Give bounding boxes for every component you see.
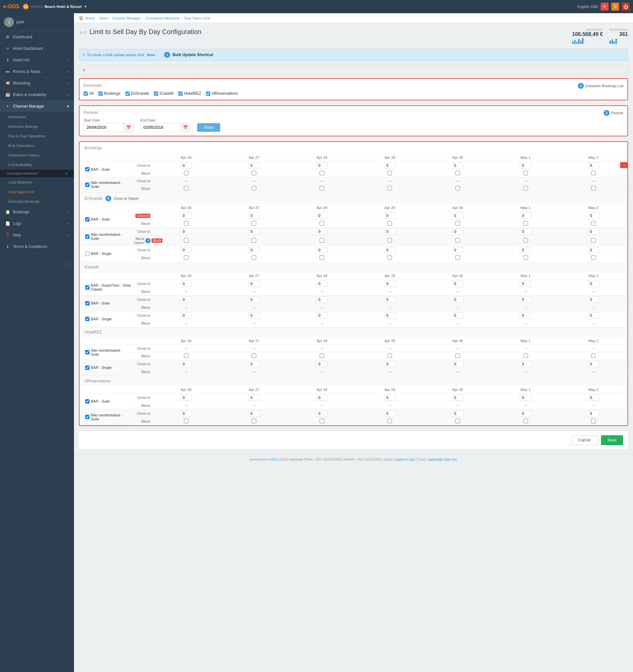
num-input[interactable] xyxy=(180,163,192,168)
hres-checkbox2[interactable] xyxy=(85,415,90,419)
arrow-btn[interactable]: → xyxy=(387,305,392,310)
show-button[interactable]: Show xyxy=(197,123,220,132)
arrow-btn[interactable]: → xyxy=(320,369,324,375)
num-input[interactable] xyxy=(316,163,327,168)
num-input[interactable] xyxy=(452,361,464,367)
num-input[interactable] xyxy=(248,247,260,253)
sidebar-sub-daybyday[interactable]: Day by Day Operations xyxy=(0,131,74,141)
cas-checkbox1[interactable] xyxy=(85,285,90,290)
num-input[interactable] xyxy=(316,296,327,303)
checkbox-engrande-input[interactable] xyxy=(125,92,130,96)
arrow-btn[interactable]: → xyxy=(591,305,596,310)
num-input[interactable] xyxy=(520,281,531,287)
num-input[interactable] xyxy=(588,281,599,287)
block-checkbox[interactable] xyxy=(184,255,189,260)
arrow-btn[interactable]: → xyxy=(455,369,460,375)
eng-checkbox2[interactable] xyxy=(85,235,90,239)
end-date-input[interactable] xyxy=(141,123,180,131)
checkbox-icastelli-input[interactable] xyxy=(154,92,158,96)
cancel-button[interactable]: Cancel xyxy=(571,435,597,445)
arrow-btn[interactable]: → xyxy=(455,321,460,326)
arrow-btn[interactable]: → xyxy=(184,346,189,351)
num-input[interactable] xyxy=(248,361,260,367)
footer-email[interactable]: support@e-gds.com xyxy=(428,458,457,461)
sidebar-item-marketing[interactable]: 📢 Marketing › xyxy=(0,78,74,89)
block-checkbox[interactable] xyxy=(252,221,256,225)
arrow-btn[interactable]: → xyxy=(387,346,392,351)
num-input[interactable] xyxy=(452,410,464,416)
language-selector[interactable]: English (GB) xyxy=(578,5,598,8)
block-checkbox[interactable] xyxy=(252,238,256,243)
arrow-btn[interactable]: → xyxy=(387,321,392,326)
num-input[interactable] xyxy=(384,361,396,367)
arrow-btn[interactable]: → xyxy=(320,321,324,326)
num-input[interactable] xyxy=(588,163,599,168)
arrow-btn[interactable]: → xyxy=(252,321,256,326)
sidebar-sub-extranets[interactable]: Extranets Settings xyxy=(0,122,74,131)
num-input[interactable] xyxy=(316,213,327,219)
num-input[interactable] xyxy=(384,281,396,287)
block-checkbox[interactable] xyxy=(524,238,528,243)
info-link[interactable]: here. xyxy=(147,53,155,57)
num-input[interactable] xyxy=(452,163,464,168)
num-input[interactable] xyxy=(316,410,327,416)
block-checkbox[interactable] xyxy=(591,171,596,175)
num-input[interactable] xyxy=(180,394,192,401)
breadcrumb-hotel[interactable]: Hotel xyxy=(99,16,108,20)
num-input[interactable] xyxy=(248,229,260,235)
arrow-btn[interactable]: → xyxy=(387,289,392,294)
sidebar-item-help[interactable]: ❓ Help › xyxy=(0,230,74,241)
sidebar-sub-bulk[interactable]: Bulk Operations xyxy=(0,141,74,150)
num-input[interactable] xyxy=(452,296,464,303)
num-input[interactable] xyxy=(520,229,531,235)
cas-checkbox2[interactable] xyxy=(85,301,90,306)
arrow-btn[interactable]: → xyxy=(524,346,528,351)
arrow-btn[interactable]: → xyxy=(184,178,189,184)
arrow-btn[interactable]: → xyxy=(252,346,256,351)
num-input[interactable] xyxy=(180,213,192,219)
sidebar-sub-stop-sales[interactable]: Stop Sales Limit xyxy=(0,187,74,197)
num-input[interactable] xyxy=(248,410,260,416)
num-input[interactable] xyxy=(316,281,327,287)
num-input[interactable] xyxy=(316,247,327,253)
num-input[interactable] xyxy=(588,394,599,401)
num-input[interactable] xyxy=(520,312,531,318)
num-input[interactable] xyxy=(316,229,327,235)
block-checkbox[interactable] xyxy=(252,419,256,423)
block-checkbox[interactable] xyxy=(591,353,596,358)
end-date-calendar-icon[interactable]: 📅 xyxy=(180,123,190,131)
sidebar-item-logs[interactable]: 📄 Logs › xyxy=(0,218,74,230)
sidebar-item-hotel-info[interactable]: ℹ Hotel Info › xyxy=(0,54,74,66)
block-checkbox[interactable] xyxy=(387,419,392,423)
menu-icon-btn[interactable]: ☰ xyxy=(611,3,619,10)
arrow-btn[interactable]: → xyxy=(184,321,189,326)
footer-skype[interactable]: support.e-gds xyxy=(395,458,415,461)
num-input[interactable] xyxy=(520,296,531,303)
num-input[interactable] xyxy=(452,247,464,253)
block-checkbox[interactable] xyxy=(591,186,596,191)
block-checkbox[interactable] xyxy=(387,186,392,191)
block-checkbox[interactable] xyxy=(387,255,392,260)
sidebar-item-rooms-rates[interactable]: 🛏 Rooms & Rates › xyxy=(0,66,74,78)
cas-checkbox3[interactable] xyxy=(85,317,90,321)
arrow-btn[interactable]: → xyxy=(524,403,528,408)
num-input[interactable] xyxy=(180,296,192,303)
num-input[interactable] xyxy=(384,229,396,235)
arrow-btn[interactable]: → xyxy=(524,369,528,375)
num-input[interactable] xyxy=(384,247,396,253)
breadcrumb-channel-manager[interactable]: Channel Manager xyxy=(112,16,141,20)
sidebar-item-channel-manager[interactable]: + Channel Manager ▾ xyxy=(0,101,74,112)
num-input[interactable] xyxy=(180,361,192,367)
num-input[interactable] xyxy=(520,394,531,401)
sidebar-sub-dashboard[interactable]: Dashboard xyxy=(0,112,74,122)
arrow-btn[interactable]: → xyxy=(591,178,596,184)
block-checkbox[interactable] xyxy=(184,353,189,358)
arrow-btn[interactable]: → xyxy=(320,305,324,310)
block-checkbox[interactable] xyxy=(524,186,528,191)
num-input[interactable] xyxy=(180,281,192,287)
num-input[interactable] xyxy=(588,296,599,303)
num-input[interactable] xyxy=(452,394,464,401)
sidebar-sub-extranets-bookings[interactable]: Extranets Bookings xyxy=(0,197,74,207)
block-checkbox[interactable] xyxy=(591,221,596,225)
block-checkbox[interactable] xyxy=(455,221,460,225)
